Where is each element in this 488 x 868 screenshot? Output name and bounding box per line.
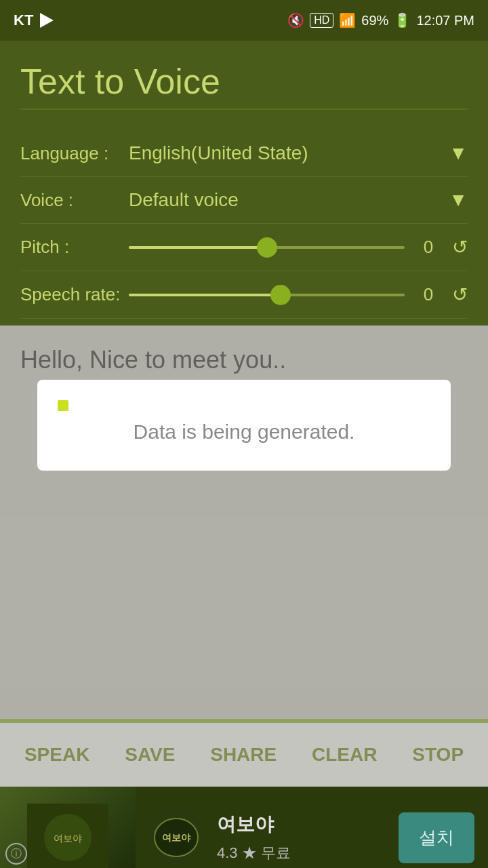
carrier-info: KT xyxy=(14,12,54,29)
status-bar: KT 🔇 HD 📶 69% 🔋 12:07 PM xyxy=(0,0,488,41)
battery-icon: 🔋 xyxy=(394,12,411,28)
voice-dropdown-arrow[interactable]: ▼ xyxy=(449,189,468,211)
ad-thumbnail: 여보야 ⓘ ✕ xyxy=(0,787,136,868)
ad-app-icon: 여보야 xyxy=(149,810,203,865)
speech-rate-reset-icon[interactable]: ↺ xyxy=(452,283,468,306)
page-title: Text to Voice xyxy=(20,61,468,102)
pitch-thumb[interactable] xyxy=(257,237,277,258)
svg-text:여보야: 여보야 xyxy=(54,833,82,844)
ad-app-rating: 4.3 ★ 무료 xyxy=(217,843,385,863)
hd-badge: HD xyxy=(310,13,333,28)
settings-area: Language : English(United State) ▼ Voice… xyxy=(0,123,488,326)
language-value: English(United State) xyxy=(129,142,449,164)
pitch-label: Pitch : xyxy=(20,237,129,258)
mute-icon: 🔇 xyxy=(287,12,304,28)
time-label: 12:07 PM xyxy=(416,13,474,28)
language-label: Language : xyxy=(20,143,129,164)
ad-thumbnail-svg: 여보야 xyxy=(27,804,108,868)
app-header: Text to Voice xyxy=(0,41,488,123)
voice-label: Voice : xyxy=(20,190,129,211)
status-indicators: 🔇 HD 📶 69% 🔋 12:07 PM xyxy=(287,12,474,28)
pitch-slider[interactable] xyxy=(129,237,405,258)
pitch-value: 0 xyxy=(418,237,439,258)
voice-value: Default voice xyxy=(129,189,449,211)
carrier-label: KT xyxy=(14,12,33,29)
loading-dialog: Data is being generated. xyxy=(37,380,451,471)
ad-app-title: 여보야 xyxy=(217,812,385,837)
ad-content: 여보야 4.3 ★ 무료 xyxy=(203,812,399,863)
wifi-icon: 📶 xyxy=(339,12,356,28)
pitch-row: Pitch : 0 ↺ xyxy=(20,224,468,271)
speech-rate-fill xyxy=(129,294,281,296)
loading-indicator xyxy=(58,400,68,411)
voice-row[interactable]: Voice : Default voice ▼ xyxy=(20,177,468,224)
svg-text:여보야: 여보야 xyxy=(162,832,191,843)
ad-app-icon-svg: 여보야 xyxy=(152,814,200,861)
pitch-fill xyxy=(129,246,267,249)
speech-rate-track xyxy=(129,294,405,296)
loading-dialog-overlay: Data is being generated. xyxy=(0,326,488,787)
speech-rate-label: Speech rate: xyxy=(20,284,129,305)
pitch-reset-icon[interactable]: ↺ xyxy=(452,236,468,258)
ad-info-icon[interactable]: ⓘ xyxy=(5,843,27,865)
main-content-area: Hello, Nice to meet you.. Data is being … xyxy=(0,326,488,787)
speech-rate-row: Speech rate: 0 ↺ xyxy=(20,271,468,319)
loading-message: Data is being generated. xyxy=(134,420,355,443)
speech-rate-thumb[interactable] xyxy=(270,285,291,305)
ad-banner[interactable]: 여보야 ⓘ ✕ 여보야 여보야 4.3 ★ 무료 설치 xyxy=(0,787,488,868)
pitch-track xyxy=(129,246,405,249)
speech-rate-slider[interactable] xyxy=(129,285,405,305)
battery-label: 69% xyxy=(361,13,388,28)
language-dropdown-arrow[interactable]: ▼ xyxy=(449,142,468,164)
play-store-icon xyxy=(40,13,54,28)
ad-install-button[interactable]: 설치 xyxy=(399,812,474,863)
language-row[interactable]: Language : English(United State) ▼ xyxy=(20,130,468,177)
speech-rate-value: 0 xyxy=(418,284,439,305)
header-divider xyxy=(20,108,468,110)
